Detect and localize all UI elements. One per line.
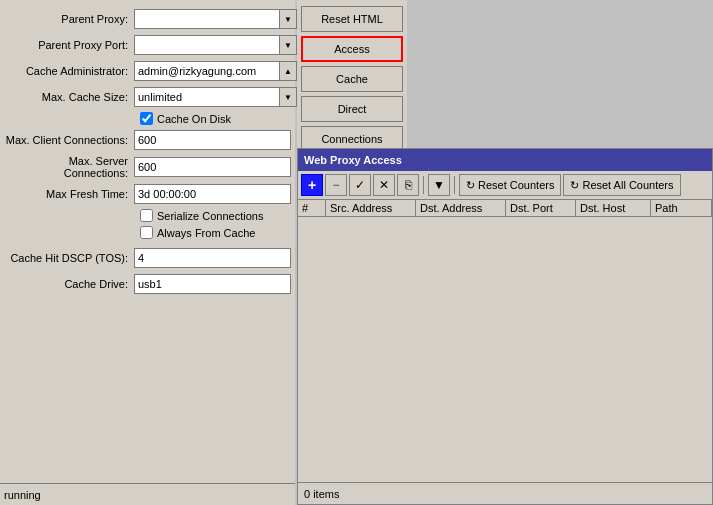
right-top-gray <box>410 0 713 148</box>
proxy-window: Web Proxy Access + − ✓ ✕ ⎘ ▼ ↻ Reset Cou… <box>297 148 713 505</box>
remove-rule-button[interactable]: − <box>325 174 347 196</box>
parent-proxy-port-label: Parent Proxy Port: <box>4 39 134 51</box>
cache-admin-label: Cache Administrator: <box>4 65 134 77</box>
reset-html-button[interactable]: Reset HTML <box>301 6 403 32</box>
cache-button[interactable]: Cache <box>301 66 403 92</box>
max-fresh-time-input[interactable] <box>134 184 291 204</box>
parent-proxy-port-row: Parent Proxy Port: ▼ <box>4 34 291 56</box>
serialize-connections-checkbox[interactable] <box>140 209 153 222</box>
proxy-toolbar: + − ✓ ✕ ⎘ ▼ ↻ Reset Counters ↻ Reset All… <box>298 171 712 200</box>
col-header-host: Dst. Host <box>576 200 651 216</box>
serialize-connections-label: Serialize Connections <box>157 210 263 222</box>
toolbar-separator <box>423 176 424 194</box>
reset-counters-label: Reset Counters <box>478 179 554 191</box>
access-button[interactable]: Access <box>301 36 403 62</box>
col-header-num: # <box>298 200 326 216</box>
proxy-title: Web Proxy Access <box>304 154 402 166</box>
left-panel: Parent Proxy: ▼ Parent Proxy Port: ▼ Cac… <box>0 0 295 505</box>
check-rule-button[interactable]: ✓ <box>349 174 371 196</box>
parent-proxy-row: Parent Proxy: ▼ <box>4 8 291 30</box>
table-header: # Src. Address Dst. Address Dst. Port Ds… <box>298 200 712 217</box>
cache-drive-input[interactable] <box>134 274 291 294</box>
cache-admin-field: ▲ <box>134 61 297 81</box>
always-from-cache-label: Always From Cache <box>157 227 255 239</box>
cache-size-dropdown[interactable]: ▼ <box>279 87 297 107</box>
copy-rule-button[interactable]: ⎘ <box>397 174 419 196</box>
toolbar-separator-2 <box>454 176 455 194</box>
cache-size-field: ▼ KiB <box>134 87 318 107</box>
reset-counters-icon: ↻ <box>466 179 475 192</box>
reset-all-counters-label: Reset All Counters <box>582 179 673 191</box>
col-header-src: Src. Address <box>326 200 416 216</box>
always-from-cache-checkbox[interactable] <box>140 226 153 239</box>
cache-on-disk-row: Cache On Disk <box>4 112 291 125</box>
reset-counters-button[interactable]: ↻ Reset Counters <box>459 174 561 196</box>
cache-hit-dscp-label: Cache Hit DSCP (TOS): <box>4 252 134 264</box>
max-server-connections-input[interactable] <box>134 157 291 177</box>
serialize-connections-row: Serialize Connections <box>4 209 291 222</box>
max-server-connections-label: Max. Server Connections: <box>4 155 134 179</box>
cache-size-input[interactable] <box>134 87 279 107</box>
max-client-connections-label: Max. Client Connections: <box>4 134 134 146</box>
reset-all-counters-icon: ↻ <box>570 179 579 192</box>
cache-admin-row: Cache Administrator: ▲ <box>4 60 291 82</box>
max-fresh-time-row: Max Fresh Time: <box>4 183 291 205</box>
direct-button[interactable]: Direct <box>301 96 403 122</box>
max-fresh-time-label: Max Fresh Time: <box>4 188 134 200</box>
cache-admin-input[interactable] <box>134 61 279 81</box>
parent-proxy-port-dropdown[interactable]: ▼ <box>279 35 297 55</box>
cache-hit-dscp-input[interactable] <box>134 248 291 268</box>
max-cache-size-label: Max. Cache Size: <box>4 91 134 103</box>
cross-rule-button[interactable]: ✕ <box>373 174 395 196</box>
filter-icon: ▼ <box>433 178 445 192</box>
col-header-dst: Dst. Address <box>416 200 506 216</box>
add-rule-button[interactable]: + <box>301 174 323 196</box>
parent-proxy-field: ▼ <box>134 9 297 29</box>
max-client-connections-row: Max. Client Connections: <box>4 129 291 151</box>
filter-button[interactable]: ▼ <box>428 174 450 196</box>
cache-on-disk-checkbox[interactable] <box>140 112 153 125</box>
parent-proxy-dropdown[interactable]: ▼ <box>279 9 297 29</box>
parent-proxy-port-field: ▼ <box>134 35 297 55</box>
proxy-table: # Src. Address Dst. Address Dst. Port Ds… <box>298 200 712 482</box>
cache-admin-dropdown[interactable]: ▲ <box>279 61 297 81</box>
reset-all-counters-button[interactable]: ↻ Reset All Counters <box>563 174 680 196</box>
col-header-port: Dst. Port <box>506 200 576 216</box>
max-cache-size-row: Max. Cache Size: ▼ KiB <box>4 86 291 108</box>
parent-proxy-port-input[interactable] <box>134 35 279 55</box>
proxy-items-count: 0 items <box>304 488 339 500</box>
col-header-path: Path <box>651 200 712 216</box>
max-server-connections-row: Max. Server Connections: <box>4 155 291 179</box>
parent-proxy-label: Parent Proxy: <box>4 13 134 25</box>
cache-on-disk-label: Cache On Disk <box>157 113 231 125</box>
status-text: running <box>4 489 41 501</box>
status-bar: running <box>0 483 295 505</box>
proxy-title-bar: Web Proxy Access <box>298 149 712 171</box>
cache-drive-row: Cache Drive: <box>4 273 291 295</box>
cache-drive-label: Cache Drive: <box>4 278 134 290</box>
proxy-status-bar: 0 items <box>298 482 712 504</box>
cache-hit-dscp-row: Cache Hit DSCP (TOS): <box>4 247 291 269</box>
parent-proxy-input[interactable] <box>134 9 279 29</box>
always-from-cache-row: Always From Cache <box>4 226 291 239</box>
max-client-connections-input[interactable] <box>134 130 291 150</box>
